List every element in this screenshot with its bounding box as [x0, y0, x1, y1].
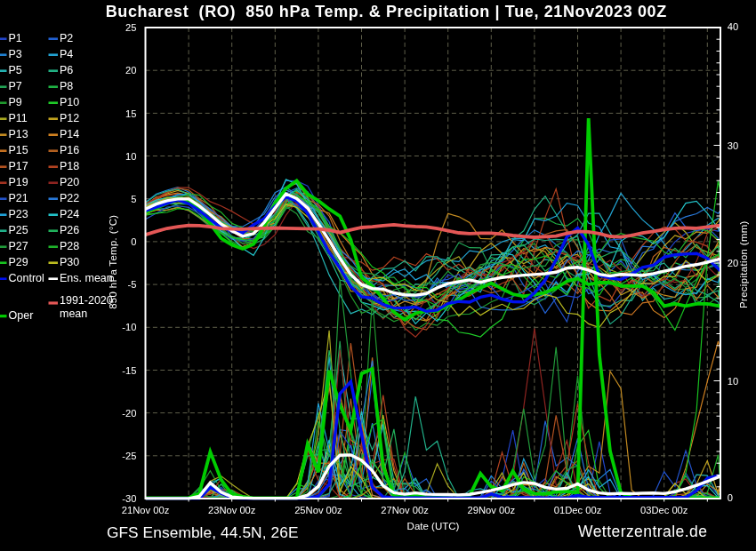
svg-text:0: 0 — [131, 236, 136, 247]
svg-text:Control: Control — [9, 272, 44, 284]
svg-text:P18: P18 — [60, 160, 79, 172]
svg-text:mean: mean — [60, 307, 87, 320]
svg-text:P23: P23 — [9, 208, 28, 220]
svg-text:25Nov 00z: 25Nov 00z — [294, 505, 342, 515]
svg-text:1991-2020: 1991-2020 — [60, 294, 113, 307]
svg-text:Oper: Oper — [9, 309, 34, 322]
svg-text:29Nov 00z: 29Nov 00z — [468, 505, 516, 515]
svg-text:P28: P28 — [60, 240, 79, 252]
svg-text:P17: P17 — [9, 160, 28, 172]
svg-text:Precipitation (mm): Precipitation (mm) — [738, 220, 749, 308]
svg-text:0: 0 — [728, 492, 733, 503]
svg-text:P6: P6 — [60, 64, 73, 76]
svg-text:P21: P21 — [9, 192, 28, 204]
svg-text:-15: -15 — [122, 365, 136, 376]
svg-text:P27: P27 — [9, 240, 28, 252]
svg-text:-10: -10 — [122, 322, 136, 332]
svg-text:P26: P26 — [60, 224, 79, 236]
svg-text:P10: P10 — [60, 96, 79, 108]
svg-text:P11: P11 — [9, 112, 28, 124]
svg-text:5: 5 — [131, 194, 136, 204]
svg-text:P19: P19 — [9, 176, 28, 188]
svg-text:Date (UTC): Date (UTC) — [407, 521, 460, 531]
svg-text:Wetterzentrale.de: Wetterzentrale.de — [578, 523, 707, 540]
svg-text:Bucharest (RO) 850 hPa Temp.: Bucharest (RO) 850 hPa Temp. & Precipita… — [106, 3, 667, 20]
svg-text:P12: P12 — [60, 112, 79, 124]
svg-text:P30: P30 — [60, 256, 79, 268]
svg-text:15: 15 — [125, 108, 136, 119]
svg-text:P29: P29 — [9, 256, 28, 268]
svg-text:10: 10 — [728, 376, 738, 387]
svg-text:P13: P13 — [9, 128, 28, 140]
svg-text:P1: P1 — [9, 32, 22, 44]
svg-text:10: 10 — [125, 151, 136, 162]
svg-text:-20: -20 — [122, 408, 136, 419]
svg-text:20: 20 — [125, 65, 136, 76]
svg-text:P4: P4 — [60, 48, 73, 60]
svg-text:-5: -5 — [128, 279, 137, 290]
svg-text:P2: P2 — [60, 32, 73, 44]
svg-text:P8: P8 — [60, 80, 73, 92]
svg-text:P3: P3 — [9, 48, 22, 60]
svg-text:P22: P22 — [60, 192, 79, 204]
svg-text:21Nov 00z: 21Nov 00z — [122, 505, 170, 515]
svg-text:03Dec 00z: 03Dec 00z — [640, 505, 688, 515]
svg-text:27Nov 00z: 27Nov 00z — [381, 505, 429, 515]
svg-text:P25: P25 — [9, 224, 28, 236]
svg-text:23Nov 00z: 23Nov 00z — [208, 505, 256, 515]
svg-text:P15: P15 — [9, 144, 28, 156]
svg-text:GFS Ensemble, 44.5N, 26E: GFS Ensemble, 44.5N, 26E — [107, 523, 299, 541]
svg-text:Ens. mean: Ens. mean — [60, 272, 113, 284]
svg-text:P5: P5 — [9, 64, 22, 76]
svg-text:-25: -25 — [122, 451, 136, 461]
svg-text:P24: P24 — [60, 208, 79, 220]
svg-text:-30: -30 — [122, 493, 136, 504]
svg-text:P16: P16 — [60, 144, 79, 156]
svg-text:30: 30 — [728, 140, 738, 151]
svg-text:P20: P20 — [60, 176, 79, 188]
svg-text:P9: P9 — [9, 96, 22, 108]
svg-text:P14: P14 — [60, 128, 79, 140]
svg-text:01Dec 00z: 01Dec 00z — [554, 505, 602, 515]
svg-text:20: 20 — [728, 258, 738, 268]
svg-text:25: 25 — [125, 22, 136, 33]
svg-text:P7: P7 — [9, 80, 22, 92]
svg-text:40: 40 — [728, 21, 738, 32]
